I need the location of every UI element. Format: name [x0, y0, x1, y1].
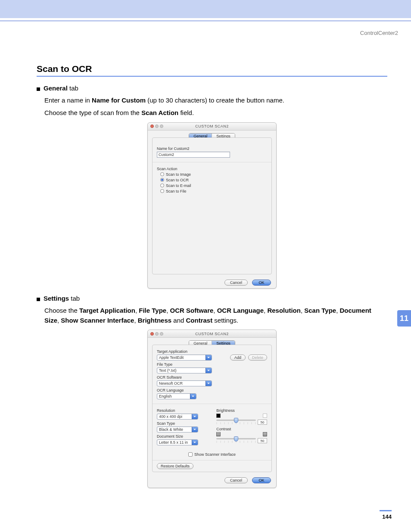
- contrast-min-icon: [216, 432, 221, 436]
- scan-type-label: Scan Type: [157, 421, 209, 426]
- radio-icon: [160, 172, 164, 176]
- divider: [153, 404, 271, 404]
- brightness-slider[interactable]: [216, 420, 256, 421]
- chapter-tab: 11: [397, 310, 411, 327]
- breadcrumb: ControlCenter2: [0, 30, 411, 36]
- contrast-slider[interactable]: [216, 438, 256, 439]
- dialog-title: CUSTOM SCAN2: [148, 332, 276, 336]
- slider-thumb-icon[interactable]: [234, 418, 238, 423]
- show-scanner-interface-label: Show Scanner Interface: [194, 452, 236, 457]
- settings-line: Choose the Target Application, File Type…: [44, 305, 387, 326]
- name-for-custom-label: Name for Custom2: [157, 146, 267, 151]
- brightness-value: 50: [258, 420, 267, 425]
- ok-button[interactable]: OK: [252, 280, 271, 286]
- page-top-band: [0, 0, 411, 18]
- divider: [153, 460, 271, 460]
- slider-thumb-icon[interactable]: [234, 436, 238, 442]
- document-size-popup[interactable]: Letter 8.5 x 11 in: [157, 439, 198, 445]
- bullet-icon: [37, 87, 40, 91]
- page-top-rule: [0, 21, 411, 21]
- page-number-rule: [380, 510, 392, 511]
- add-button[interactable]: Add: [230, 355, 246, 361]
- divider: [153, 162, 271, 162]
- target-application-label: Target Application: [157, 349, 267, 354]
- cancel-button[interactable]: Cancel: [224, 280, 248, 286]
- document-size-label: Document Size: [157, 434, 209, 439]
- contrast-max-icon: [263, 432, 267, 436]
- radio-scan-to-image[interactable]: Scan to Image: [160, 172, 267, 177]
- radio-label: Scan to E-mail: [166, 184, 191, 188]
- dialog-title: CUSTOM SCAN2: [148, 124, 276, 128]
- radio-icon: [160, 178, 164, 182]
- restore-defaults-button[interactable]: Restore Defaults: [157, 463, 193, 469]
- general-line-1: Enter a name in Name for Custom (up to 3…: [44, 95, 387, 105]
- section-heading: Scan to OCR: [37, 64, 387, 74]
- contrast-label: Contrast: [216, 427, 267, 431]
- file-type-label: File Type: [157, 362, 267, 367]
- general-tab-label: General tab: [44, 84, 78, 92]
- custom-scan-general-dialog: CUSTOM SCAN2 General Settings Name for C…: [147, 122, 277, 289]
- dialog-titlebar: CUSTOM SCAN2: [148, 123, 276, 131]
- radio-icon: [160, 184, 164, 187]
- brightness-label: Brightness: [216, 408, 267, 413]
- ocr-software-popup[interactable]: Newsoft OCR: [157, 380, 212, 386]
- radio-icon: [160, 189, 164, 193]
- radio-scan-to-ocr[interactable]: Scan to OCR: [160, 178, 267, 182]
- brightness-min-icon: [216, 414, 221, 418]
- radio-label: Scan to Image: [166, 172, 191, 177]
- ok-button[interactable]: OK: [252, 477, 271, 483]
- radio-scan-to-file[interactable]: Scan to File: [160, 189, 267, 193]
- resolution-label: Resolution: [157, 408, 209, 413]
- scan-action-label: Scan Action: [157, 167, 267, 171]
- brightness-max-icon: [263, 414, 267, 418]
- show-scanner-interface-checkbox[interactable]: [188, 452, 193, 457]
- section-rule: [37, 76, 387, 77]
- general-line-2: Choose the type of scan from the Scan Ac…: [44, 108, 387, 118]
- ocr-software-label: OCR Software: [157, 375, 267, 380]
- dialog-titlebar: CUSTOM SCAN2: [148, 330, 276, 338]
- delete-button[interactable]: Delete: [248, 355, 267, 361]
- file-type-popup[interactable]: Text (*.txt): [157, 367, 212, 373]
- contrast-value: 50: [258, 438, 267, 443]
- ocr-language-popup[interactable]: English: [157, 393, 196, 399]
- name-for-custom-input[interactable]: [157, 152, 230, 158]
- scan-type-popup[interactable]: Black & White: [157, 426, 198, 432]
- bullet-icon: [37, 298, 40, 301]
- cancel-button[interactable]: Cancel: [224, 477, 248, 483]
- settings-tab-label: Settings tab: [44, 295, 80, 302]
- radio-label: Scan to File: [166, 189, 187, 193]
- ocr-language-label: OCR Language: [157, 388, 267, 392]
- page-number: 144: [382, 513, 392, 520]
- custom-scan-settings-dialog: CUSTOM SCAN2 General Settings Target App…: [147, 330, 277, 488]
- radio-label: Scan to OCR: [166, 178, 189, 182]
- target-application-popup[interactable]: Apple TextEdit: [157, 355, 212, 361]
- resolution-popup[interactable]: 400 x 400 dpi: [157, 414, 198, 420]
- radio-scan-to-email[interactable]: Scan to E-mail: [160, 184, 267, 188]
